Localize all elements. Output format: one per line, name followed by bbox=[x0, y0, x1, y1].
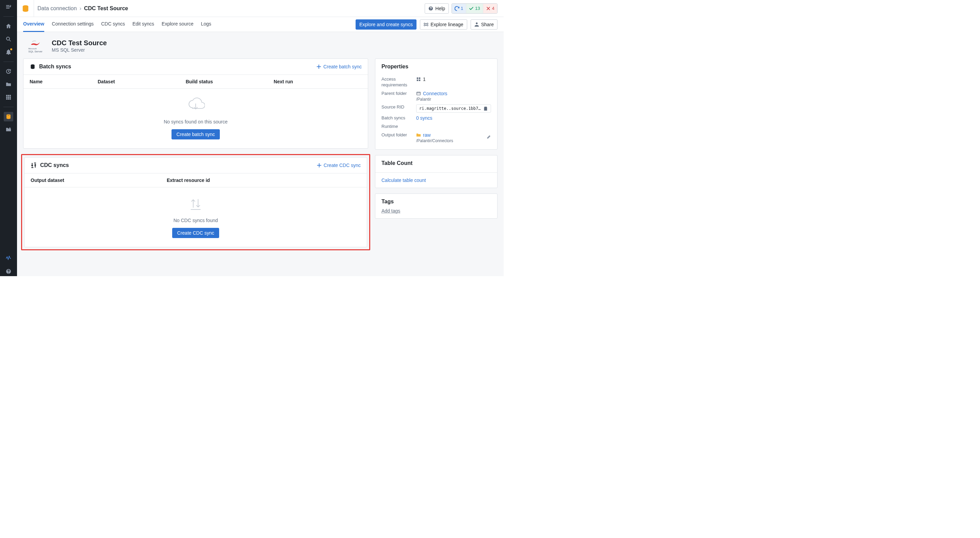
breadcrumb-root[interactable]: Data connection bbox=[37, 5, 77, 11]
batch-syncs-panel: Batch syncs Create batch sync Name Datas… bbox=[23, 59, 368, 149]
page-title: CDC Test Source bbox=[52, 39, 107, 47]
people-icon bbox=[474, 22, 479, 27]
status-chips: 1 13 4 bbox=[452, 3, 498, 14]
x-icon bbox=[486, 6, 491, 11]
share-button[interactable]: Share bbox=[471, 19, 498, 30]
lineage-label: Explore lineage bbox=[430, 22, 463, 27]
breadcrumb: Data connection › CDC Test Source bbox=[37, 5, 128, 11]
create-batch-label: Create batch sync bbox=[323, 64, 362, 69]
help-circle-icon bbox=[428, 6, 433, 11]
clipboard-icon[interactable] bbox=[483, 106, 488, 111]
plus-icon bbox=[317, 64, 321, 69]
status-error[interactable]: 4 bbox=[483, 4, 497, 13]
help-label: Help bbox=[435, 6, 445, 11]
chevron-right-icon: › bbox=[80, 5, 81, 11]
col-output-dataset: Output dataset bbox=[30, 178, 167, 183]
col-build-status: Build status bbox=[186, 79, 274, 84]
properties-title: Properties bbox=[382, 63, 491, 70]
cloud-download-icon bbox=[186, 96, 205, 114]
logo-label: MicrosoftSQL Server bbox=[28, 47, 43, 53]
search-icon[interactable] bbox=[4, 34, 13, 44]
output-folder-label: Output folder bbox=[382, 132, 416, 138]
table-count-panel: Table Count Calculate table count bbox=[375, 155, 498, 188]
source-rid-label: Source RID bbox=[382, 105, 416, 110]
plus-icon bbox=[317, 163, 321, 168]
tab-explore-source[interactable]: Explore source bbox=[162, 17, 193, 32]
monitor-icon[interactable] bbox=[4, 254, 13, 263]
table-count-title: Table Count bbox=[382, 160, 491, 166]
output-folder-path: /Palantir/Connectors bbox=[416, 138, 453, 143]
status-refresh[interactable]: 1 bbox=[452, 4, 466, 13]
source-subtitle: MS SQL Server bbox=[52, 47, 107, 53]
help-button[interactable]: Help bbox=[425, 3, 449, 14]
calculate-table-count-link[interactable]: Calculate table count bbox=[382, 178, 426, 183]
topbar: Data connection › CDC Test Source Help 1 bbox=[17, 0, 504, 17]
output-folder-link[interactable]: raw bbox=[423, 132, 431, 138]
tabs-row: Overview Connection settings CDC syncs E… bbox=[17, 17, 504, 32]
explore-lineage-button[interactable]: Explore lineage bbox=[420, 19, 467, 30]
explore-create-syncs-button[interactable]: Explore and create syncs bbox=[356, 19, 417, 30]
tab-cdc-syncs[interactable]: CDC syncs bbox=[101, 17, 125, 32]
box-icon bbox=[416, 91, 421, 96]
create-cdc-label: Create CDC sync bbox=[324, 163, 361, 168]
check-icon bbox=[469, 6, 474, 11]
col-name: Name bbox=[30, 79, 98, 84]
folder-star-icon[interactable] bbox=[4, 125, 13, 134]
up-down-arrows-icon bbox=[186, 195, 205, 213]
tab-overview[interactable]: Overview bbox=[23, 17, 44, 32]
add-tags-link[interactable]: Add tags bbox=[382, 208, 400, 214]
history-icon[interactable] bbox=[4, 67, 13, 76]
source-rid-value: ri.magritte..source.1bb71904 bbox=[419, 106, 481, 111]
folder-icon[interactable] bbox=[4, 79, 13, 89]
tags-title: Tags bbox=[382, 198, 491, 205]
share-label: Share bbox=[481, 22, 494, 27]
batch-panel-title: Batch syncs bbox=[39, 63, 71, 70]
refresh-icon bbox=[455, 6, 460, 11]
tab-logs[interactable]: Logs bbox=[201, 17, 211, 32]
status-err-count: 4 bbox=[492, 6, 495, 11]
batch-table-header: Name Dataset Build status Next run bbox=[24, 75, 368, 89]
parent-folder-link[interactable]: Connectors bbox=[423, 91, 447, 96]
col-dataset: Dataset bbox=[98, 79, 186, 84]
tab-edit-syncs[interactable]: Edit syncs bbox=[132, 17, 154, 32]
lineage-icon bbox=[424, 22, 428, 27]
runtime-label: Runtime bbox=[382, 124, 416, 130]
edit-output-icon[interactable] bbox=[486, 135, 491, 140]
sql-server-logo: MicrosoftSQL Server bbox=[24, 38, 46, 54]
app-sidebar bbox=[0, 0, 17, 276]
col-next-run: Next run bbox=[274, 79, 362, 84]
create-batch-sync-button[interactable]: Create batch sync bbox=[172, 129, 220, 140]
cdc-table-header: Output dataset Extract resource id bbox=[24, 173, 367, 187]
access-req-val: 1 bbox=[423, 76, 426, 82]
cdc-panel-title: CDC syncs bbox=[40, 162, 69, 168]
batch-syncs-label: Batch syncs bbox=[382, 115, 416, 121]
properties-panel: Properties Access requirements 1 Pare bbox=[375, 59, 498, 150]
home-icon[interactable] bbox=[4, 21, 13, 31]
cdc-highlight: CDC syncs Create CDC sync Output dataset… bbox=[21, 154, 370, 250]
help-icon[interactable] bbox=[4, 267, 13, 276]
tab-connection-settings[interactable]: Connection settings bbox=[52, 17, 94, 32]
create-cdc-sync-button[interactable]: Create CDC sync bbox=[172, 228, 220, 238]
notifications-icon[interactable] bbox=[4, 47, 13, 57]
source-header: MicrosoftSQL Server CDC Test Source MS S… bbox=[23, 36, 498, 59]
create-cdc-sync-link[interactable]: Create CDC sync bbox=[317, 163, 361, 168]
status-ok[interactable]: 13 bbox=[466, 4, 482, 13]
data-connection-icon[interactable] bbox=[4, 112, 13, 121]
menu-toggle-icon[interactable] bbox=[4, 2, 13, 11]
create-batch-sync-link[interactable]: Create batch sync bbox=[317, 64, 362, 69]
status-ok-count: 13 bbox=[475, 6, 480, 11]
batch-syncs-link[interactable]: 0 syncs bbox=[416, 115, 432, 121]
folder-icon bbox=[416, 133, 421, 137]
divider bbox=[3, 62, 14, 62]
svg-rect-0 bbox=[417, 92, 421, 95]
content-area: MicrosoftSQL Server CDC Test Source MS S… bbox=[17, 32, 504, 276]
cdc-empty-state: No CDC syncs found Create CDC sync bbox=[24, 187, 367, 247]
apps-icon[interactable] bbox=[4, 92, 13, 102]
cdc-icon bbox=[30, 162, 37, 168]
batch-empty-state: No syncs found on this source Create bat… bbox=[24, 89, 368, 148]
parent-folder-path: /Palantir bbox=[416, 97, 431, 102]
col-extract-id: Extract resource id bbox=[167, 178, 361, 183]
batch-empty-msg: No syncs found on this source bbox=[164, 119, 228, 124]
cdc-empty-msg: No CDC syncs found bbox=[173, 217, 218, 223]
cdc-syncs-panel: CDC syncs Create CDC sync Output dataset… bbox=[24, 157, 367, 247]
